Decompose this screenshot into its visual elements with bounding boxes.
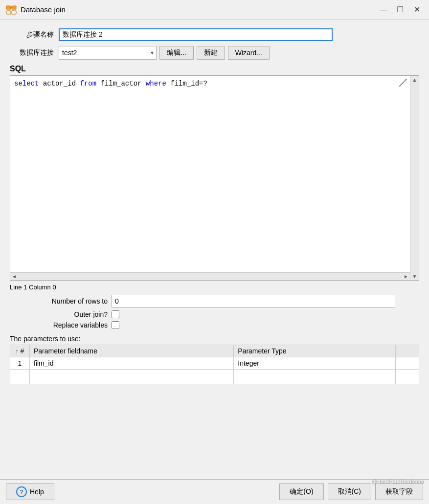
sql-editor[interactable]: select actor_id from film_actor where fi… [10, 76, 419, 280]
help-icon: ? [16, 486, 27, 497]
db-select-wrapper: test2 [59, 46, 157, 60]
wizard-button[interactable]: Wizard... [228, 46, 270, 60]
step-name-label: 步骤名称 [10, 30, 54, 39]
cancel-button[interactable]: 取消(C) [328, 483, 371, 500]
rows-input[interactable] [112, 295, 395, 307]
minimize-button[interactable]: — [377, 3, 390, 16]
wand-icon[interactable] [398, 78, 409, 88]
params-table-header: ↑# Parameter fieldname Parameter Type [10, 345, 419, 357]
outer-join-label: Outer join? [10, 310, 108, 318]
new-button[interactable]: 新建 [197, 46, 225, 60]
svg-line-8 [405, 83, 406, 84]
db-connect-label: 数据库连接 [10, 48, 54, 57]
rows-row: Number of rows to [10, 295, 419, 307]
app-icon [6, 4, 17, 15]
svg-rect-4 [12, 11, 16, 14]
sort-icon: ↑ [16, 348, 19, 355]
replace-vars-row: Replace variables [10, 321, 419, 329]
col-num-header: ↑# [10, 345, 30, 357]
sql-editor-wrapper: select actor_id from film_actor where fi… [10, 75, 419, 281]
title-bar: Database join — ☐ ✕ [0, 0, 429, 20]
replace-vars-checkbox[interactable] [112, 321, 119, 329]
svg-rect-3 [6, 11, 11, 14]
maximize-button[interactable]: ☐ [394, 3, 406, 16]
db-connect-select[interactable]: test2 [59, 46, 157, 60]
row-num: 1 [10, 357, 30, 370]
outer-join-row: Outer join? [10, 310, 419, 318]
svg-line-5 [399, 81, 405, 87]
table-row: 1 film_id Integer [10, 357, 419, 370]
db-connect-row: 数据库连接 test2 编辑... 新建 Wizard... [10, 46, 419, 60]
replace-vars-label: Replace variables [10, 321, 108, 329]
bottom-bar: ? Help 确定(O) 取消(C) 获取字段 [0, 479, 429, 504]
empty-row [10, 370, 419, 384]
main-content: 步骤名称 数据库连接 test2 编辑... 新建 Wizard... SQL … [0, 20, 429, 479]
step-name-input[interactable] [59, 28, 333, 41]
rows-label: Number of rows to [10, 297, 108, 305]
svg-line-7 [406, 82, 407, 83]
ok-button[interactable]: 确定(O) [279, 483, 323, 500]
help-label: Help [30, 488, 44, 496]
options-section: Number of rows to Outer join? Replace va… [10, 295, 419, 332]
col-extra-header [395, 345, 419, 357]
status-bar: Line 1 Column 0 [10, 284, 419, 291]
close-button[interactable]: ✕ [410, 3, 423, 16]
outer-join-checkbox[interactable] [112, 310, 119, 318]
col-type-header: Parameter Type [234, 345, 395, 357]
row-type: Integer [234, 357, 395, 370]
params-table: ↑# Parameter fieldname Parameter Type 1 … [10, 345, 419, 384]
svg-marker-6 [405, 79, 407, 81]
svg-rect-0 [6, 6, 11, 9]
step-name-row: 步骤名称 [10, 28, 419, 41]
svg-rect-1 [12, 6, 16, 9]
col-fieldname-header: Parameter fieldname [30, 345, 234, 357]
get-fields-button[interactable]: 获取字段 [375, 483, 423, 500]
edit-button[interactable]: 编辑... [159, 46, 194, 60]
window-controls: — ☐ ✕ [377, 3, 423, 16]
window-title: Database join [21, 5, 377, 14]
row-extra [395, 357, 419, 370]
sql-label: SQL [10, 65, 419, 73]
help-button[interactable]: ? Help [6, 483, 54, 500]
params-label: The parameters to use: [10, 335, 419, 343]
row-fieldname: film_id [30, 357, 234, 370]
